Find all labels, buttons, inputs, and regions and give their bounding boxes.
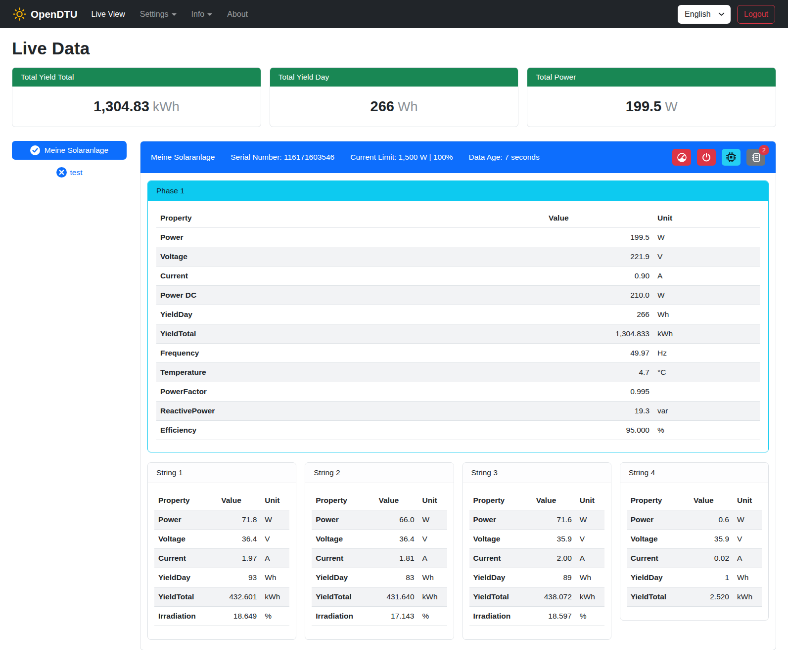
- table-row: ReactivePower 19.3 var: [156, 402, 760, 421]
- property-cell: Voltage: [154, 530, 217, 549]
- property-cell: Voltage: [156, 247, 545, 267]
- inverter-serial: Serial Number: 116171603546: [231, 153, 334, 162]
- value-cell: 221.9: [545, 247, 653, 267]
- total-yield-day-value: 266: [371, 98, 394, 114]
- column-header-property: Property: [627, 491, 690, 510]
- property-cell: YieldDay: [154, 568, 217, 587]
- unit-cell: V: [261, 530, 289, 549]
- table-row: Voltage 36.4 V: [312, 530, 447, 549]
- unit-cell: %: [653, 421, 760, 440]
- event-count-badge: 2: [759, 145, 769, 155]
- string-3-title: String 3: [463, 463, 611, 483]
- unit-cell: %: [261, 607, 289, 626]
- nav-item-about[interactable]: About: [227, 10, 248, 19]
- total-yield-day-card: Total Yield Day 266Wh: [270, 67, 519, 127]
- string-1-table: Property Value Unit Power: [154, 491, 289, 626]
- unit-cell: [653, 382, 760, 402]
- check-circle-icon: [30, 145, 40, 155]
- phase-1-table: Property Value Unit Power: [156, 209, 760, 440]
- unit-cell: kWh: [261, 587, 289, 607]
- value-cell: 18.597: [532, 607, 576, 626]
- column-header-property: Property: [154, 491, 217, 510]
- value-cell: 4.7: [545, 363, 653, 382]
- total-power-unit: W: [665, 99, 677, 114]
- navbar-right: English Logout: [678, 5, 775, 24]
- value-cell: 1.97: [217, 549, 261, 568]
- device-info-button[interactable]: [722, 149, 741, 166]
- unit-cell: A: [733, 549, 762, 568]
- table-row: Power 0.6 W: [627, 510, 762, 530]
- string-2-card: String 2 Property Value Unit: [305, 462, 454, 640]
- unit-cell: A: [261, 549, 289, 568]
- string-4-title: String 4: [620, 463, 768, 483]
- table-row: Power 66.0 W: [312, 510, 447, 530]
- property-cell: Current: [627, 549, 690, 568]
- unit-cell: kWh: [418, 587, 447, 607]
- column-header-unit: Unit: [261, 491, 289, 510]
- table-row: YieldDay 266 Wh: [156, 305, 760, 324]
- language-select[interactable]: English: [678, 5, 731, 24]
- property-cell: Voltage: [312, 530, 374, 549]
- value-cell: 431.640: [375, 587, 418, 607]
- unit-cell: var: [653, 402, 760, 421]
- unit-cell: W: [261, 510, 289, 530]
- table-row: Irradiation 17.143 %: [312, 607, 447, 626]
- unit-cell: kWh: [653, 324, 760, 344]
- table-row: Current 0.90 A: [156, 267, 760, 286]
- property-cell: Power: [627, 510, 690, 530]
- sidebar-item-meine-solaranlage[interactable]: Meine Solaranlage: [12, 141, 127, 160]
- property-cell: YieldTotal: [154, 587, 217, 607]
- value-cell: 35.9: [690, 530, 733, 549]
- unit-cell: V: [576, 530, 604, 549]
- table-row: Voltage 221.9 V: [156, 247, 760, 267]
- table-row: Voltage 35.9 V: [627, 530, 762, 549]
- brand[interactable]: OpenDTU: [13, 7, 78, 21]
- sidebar-item-test[interactable]: test: [12, 167, 127, 178]
- property-cell: Power: [312, 510, 374, 530]
- power-button[interactable]: [697, 149, 716, 166]
- brand-label: OpenDTU: [31, 8, 78, 20]
- inverter-card: Meine Solaranlage Serial Number: 1161716…: [140, 141, 776, 650]
- page-title: Live Data: [12, 39, 776, 58]
- table-row: Efficiency 95.000 %: [156, 421, 760, 440]
- value-cell: 19.3: [545, 402, 653, 421]
- value-cell: 35.9: [532, 530, 576, 549]
- nav-item-live-view[interactable]: Live View: [92, 10, 125, 19]
- property-cell: YieldTotal: [627, 587, 690, 607]
- unit-cell: kWh: [733, 587, 762, 607]
- value-cell: 0.90: [545, 267, 653, 286]
- totals-row: Total Yield Total 1,304.83kWh Total Yiel…: [12, 67, 776, 127]
- property-cell: Irradiation: [469, 607, 532, 626]
- table-row: YieldTotal 438.072 kWh: [469, 587, 604, 607]
- logout-button[interactable]: Logout: [737, 5, 775, 24]
- unit-cell: %: [418, 607, 447, 626]
- unit-cell: W: [418, 510, 447, 530]
- property-cell: Power DC: [156, 286, 545, 305]
- nav-links: Live View Settings Info About: [92, 10, 248, 19]
- total-yield-total-card: Total Yield Total 1,304.83kWh: [12, 67, 261, 127]
- column-header-property: Property: [156, 209, 545, 228]
- unit-cell: W: [653, 228, 760, 247]
- event-log-button[interactable]: 2: [746, 149, 765, 166]
- column-header-unit: Unit: [576, 491, 604, 510]
- column-header-unit: Unit: [733, 491, 762, 510]
- table-row: Power 71.8 W: [154, 510, 289, 530]
- table-row: Current 1.81 A: [312, 549, 447, 568]
- nav-item-info[interactable]: Info: [191, 10, 213, 19]
- inverter-name: Meine Solaranlage: [151, 153, 215, 162]
- table-row: PowerFactor 0.995: [156, 382, 760, 402]
- property-cell: Irradiation: [312, 607, 374, 626]
- value-cell: 66.0: [375, 510, 418, 530]
- strings-row: String 1 Property Value Unit: [147, 462, 769, 640]
- inverter-actions: 2: [672, 149, 765, 166]
- power-icon: [701, 152, 711, 162]
- table-row: Power 199.5 W: [156, 228, 760, 247]
- value-cell: 0.6: [690, 510, 733, 530]
- nav-item-settings[interactable]: Settings: [140, 10, 177, 19]
- limit-settings-button[interactable]: [672, 149, 691, 166]
- value-cell: 93: [217, 568, 261, 587]
- string-3-card: String 3 Property Value Unit: [463, 462, 611, 640]
- property-cell: Current: [154, 549, 217, 568]
- value-cell: 89: [532, 568, 576, 587]
- unit-cell: Wh: [418, 568, 447, 587]
